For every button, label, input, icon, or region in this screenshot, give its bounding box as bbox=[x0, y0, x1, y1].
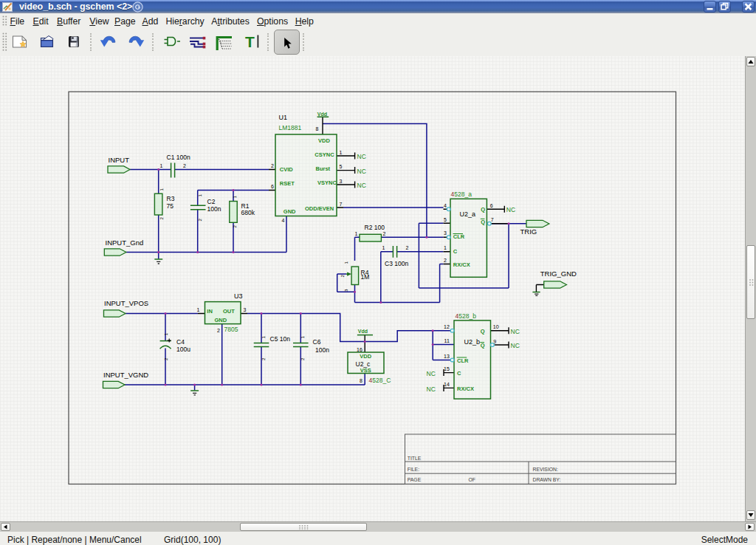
svg-text:4: 4 bbox=[444, 203, 447, 208]
svg-text:VDD: VDD bbox=[360, 353, 371, 360]
svg-text:IN: IN bbox=[207, 308, 213, 315]
svg-text:NC: NC bbox=[427, 370, 436, 377]
svg-text:FILE:: FILE: bbox=[408, 467, 419, 472]
svg-text:NC: NC bbox=[511, 342, 520, 349]
svg-text:1: 1 bbox=[160, 163, 163, 168]
svg-text:CLR: CLR bbox=[457, 357, 469, 364]
svg-text:R1: R1 bbox=[241, 202, 250, 210]
svg-text:INPUT_VGND: INPUT_VGND bbox=[103, 371, 148, 379]
svg-text:1: 1 bbox=[340, 150, 343, 155]
svg-text:Burst: Burst bbox=[316, 165, 331, 172]
svg-text:2: 2 bbox=[217, 328, 220, 333]
svg-text:C: C bbox=[457, 370, 461, 377]
svg-text:NC: NC bbox=[357, 168, 366, 175]
svg-text:7: 7 bbox=[340, 202, 343, 207]
svg-text:2: 2 bbox=[261, 357, 266, 360]
svg-text:1: 1 bbox=[163, 333, 168, 336]
svg-text:1: 1 bbox=[261, 336, 266, 339]
svg-text:VDD: VDD bbox=[318, 137, 330, 144]
svg-text:VSS: VSS bbox=[360, 367, 371, 374]
svg-text:9: 9 bbox=[493, 339, 496, 344]
svg-text:2: 2 bbox=[271, 163, 274, 168]
svg-text:14: 14 bbox=[444, 382, 450, 387]
svg-text:2: 2 bbox=[197, 219, 202, 222]
svg-text:CSYNC: CSYNC bbox=[315, 151, 334, 158]
svg-text:RX/CX: RX/CX bbox=[453, 261, 470, 268]
svg-text:1: 1 bbox=[159, 188, 164, 191]
svg-text:NC: NC bbox=[357, 153, 366, 160]
svg-text:INPUT: INPUT bbox=[109, 156, 130, 164]
svg-text:8: 8 bbox=[316, 126, 319, 131]
svg-text:4: 4 bbox=[282, 218, 285, 223]
svg-text:11: 11 bbox=[444, 338, 450, 343]
svg-text:NC: NC bbox=[357, 182, 366, 189]
svg-text:7: 7 bbox=[491, 217, 494, 222]
svg-text:CVID: CVID bbox=[280, 166, 294, 173]
svg-text:R2 100: R2 100 bbox=[365, 224, 385, 231]
svg-text:U3: U3 bbox=[234, 292, 243, 300]
svg-text:TRIG: TRIG bbox=[520, 227, 537, 236]
svg-text:1M: 1M bbox=[361, 273, 370, 281]
svg-text:Vdd: Vdd bbox=[358, 329, 368, 334]
svg-text:U2_c: U2_c bbox=[356, 360, 371, 368]
svg-text:INPUT_VPOS: INPUT_VPOS bbox=[104, 299, 148, 307]
svg-text:2: 2 bbox=[183, 163, 186, 168]
svg-text:R3: R3 bbox=[167, 195, 175, 202]
svg-text:C4: C4 bbox=[176, 338, 185, 346]
svg-text:RX/CX: RX/CX bbox=[457, 385, 474, 392]
svg-text:4528_a: 4528_a bbox=[451, 191, 472, 198]
svg-text:15: 15 bbox=[444, 366, 450, 371]
svg-text:2: 2 bbox=[444, 258, 447, 263]
svg-text:Q: Q bbox=[481, 328, 485, 335]
svg-text:VSYNC: VSYNC bbox=[317, 179, 337, 186]
svg-text:2: 2 bbox=[159, 217, 164, 220]
svg-text:NC: NC bbox=[506, 206, 515, 213]
svg-text:3: 3 bbox=[444, 230, 447, 236]
svg-text:INPUT_Gnd: INPUT_Gnd bbox=[106, 239, 144, 247]
svg-text:6: 6 bbox=[271, 184, 274, 189]
svg-text:3: 3 bbox=[244, 307, 247, 312]
svg-text:2: 2 bbox=[340, 275, 345, 278]
svg-text:GND: GND bbox=[215, 317, 227, 323]
svg-text:NC: NC bbox=[427, 385, 436, 393]
svg-text:Q: Q bbox=[481, 219, 485, 225]
svg-text:C3 100n: C3 100n bbox=[385, 260, 408, 267]
svg-text:C6: C6 bbox=[313, 338, 321, 346]
svg-text:16: 16 bbox=[357, 347, 362, 352]
svg-text:2: 2 bbox=[232, 225, 237, 228]
svg-text:C1 100n: C1 100n bbox=[167, 154, 190, 161]
svg-text:4528_b: 4528_b bbox=[456, 312, 477, 320]
svg-text:6: 6 bbox=[490, 203, 493, 208]
svg-text:C2: C2 bbox=[207, 198, 216, 205]
svg-text:4528_C: 4528_C bbox=[369, 377, 391, 384]
svg-text:1: 1 bbox=[355, 231, 358, 236]
svg-text:10: 10 bbox=[493, 324, 499, 329]
svg-text:LM1881: LM1881 bbox=[279, 124, 302, 131]
svg-text:1: 1 bbox=[197, 194, 202, 197]
svg-text:GND: GND bbox=[284, 208, 296, 215]
svg-text:NC: NC bbox=[511, 328, 520, 335]
svg-text:C: C bbox=[453, 248, 458, 255]
svg-text:REVISION:: REVISION: bbox=[533, 467, 558, 472]
svg-text:100u: 100u bbox=[176, 346, 190, 353]
svg-text:OF: OF bbox=[469, 477, 475, 482]
svg-text:U2_a: U2_a bbox=[460, 210, 476, 218]
svg-text:75: 75 bbox=[167, 202, 174, 210]
svg-text:1: 1 bbox=[232, 196, 237, 199]
svg-text:ODD/EVEN: ODD/EVEN bbox=[305, 205, 334, 212]
svg-text:T: T bbox=[245, 33, 255, 50]
svg-text:13: 13 bbox=[444, 354, 450, 359]
svg-text:1: 1 bbox=[444, 245, 447, 250]
svg-text:1: 1 bbox=[382, 245, 385, 250]
svg-text:2: 2 bbox=[406, 245, 409, 250]
svg-text:100n: 100n bbox=[315, 346, 329, 354]
svg-text:Q: Q bbox=[481, 342, 485, 349]
svg-text:1: 1 bbox=[300, 336, 305, 339]
svg-text:1: 1 bbox=[197, 307, 200, 312]
svg-text:RSET: RSET bbox=[280, 180, 295, 187]
svg-text:C5 10n: C5 10n bbox=[270, 335, 291, 343]
svg-text:CLR: CLR bbox=[453, 233, 465, 240]
svg-text:TITLE: TITLE bbox=[408, 456, 422, 461]
svg-text:100n: 100n bbox=[207, 205, 221, 213]
svg-text:2: 2 bbox=[300, 357, 305, 360]
